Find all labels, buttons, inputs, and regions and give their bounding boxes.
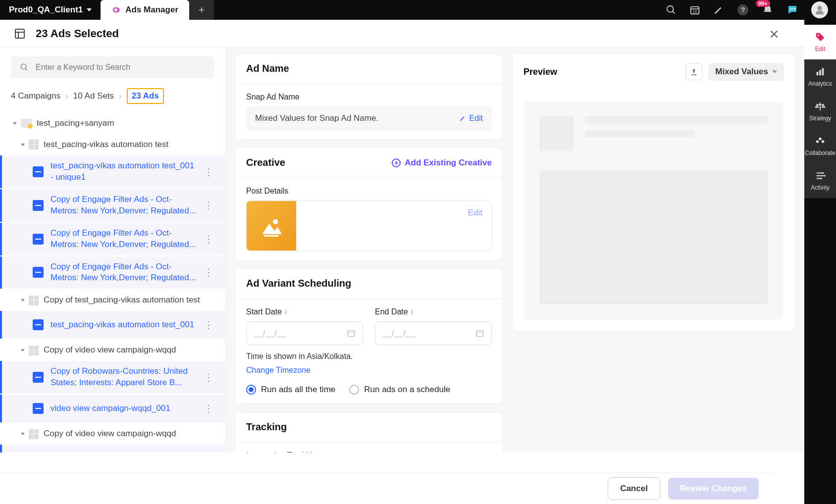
caret-icon (13, 122, 17, 125)
chevron-right-icon: › (119, 91, 122, 101)
tree-campaign[interactable]: test_pacing+sanyam (0, 113, 225, 134)
add-creative-button[interactable]: +Add Existing Creative (392, 158, 492, 168)
notification-badge: 99+ (756, 0, 770, 7)
review-changes-button[interactable]: Review Changes (668, 478, 759, 500)
svg-rect-10 (817, 72, 819, 75)
more-button[interactable]: ⋮ (199, 403, 218, 414)
chat-button[interactable] (786, 4, 798, 16)
mixed-values-dropdown[interactable]: Mixed Values (708, 63, 784, 81)
tree-label: Copy of Robowars-Countries: United State… (51, 366, 199, 389)
rail-activity[interactable]: Activity (804, 163, 836, 198)
field-label: Start Datei (246, 307, 363, 316)
rail-edit[interactable]: Edit (804, 25, 836, 59)
tag-icon (815, 32, 826, 43)
close-button[interactable] (766, 26, 783, 45)
tab-label: Ads Manager (125, 5, 178, 15)
info-icon[interactable]: i (319, 452, 321, 453)
breadcrumb-ads[interactable]: 23 Ads (127, 88, 164, 104)
search-icon (666, 4, 677, 15)
plus-icon (197, 5, 206, 14)
radio-schedule[interactable]: Run ads on a schedule (349, 385, 450, 395)
tab-ads-manager[interactable]: Ads Manager (101, 0, 189, 20)
tree-label: Copy of Engage Filter Ads - Oct-Metros: … (51, 228, 199, 251)
svg-rect-19 (15, 29, 24, 38)
form-column: Ad Name Snap Ad Name Mixed Values for Sn… (235, 53, 503, 447)
rail-strategy[interactable]: Strategy (804, 94, 836, 129)
field-label: Post Details (246, 187, 492, 196)
user-avatar[interactable] (811, 1, 828, 18)
svg-point-18 (820, 178, 822, 180)
more-button[interactable]: ⋮ (199, 266, 218, 278)
new-tab-button[interactable] (189, 0, 214, 20)
search-button[interactable] (666, 4, 677, 15)
tree-adset[interactable]: Copy of video view campaign-wqqd (0, 423, 225, 445)
tree-ad[interactable]: Copy of Robowars-Countries: United State… (0, 361, 225, 394)
preview-body (513, 90, 795, 331)
ad-name-card: Ad Name Snap Ad Name Mixed Values for Sn… (235, 53, 503, 140)
ad-icon (33, 200, 44, 211)
more-button[interactable]: ⋮ (199, 319, 218, 331)
help-button[interactable]: ? (737, 4, 749, 16)
calendar-icon (347, 329, 356, 338)
creative-card: Creative +Add Existing Creative Post Det… (235, 148, 503, 260)
tree-label: Copy of Engage Filter Ads - Oct-Metros: … (51, 194, 199, 217)
field-label: End Datei (375, 307, 492, 316)
tree-ad[interactable]: Copy of Engage Filter Ads - Oct-Metros: … (0, 189, 225, 222)
card-header: Ad Name (235, 54, 503, 84)
cancel-button[interactable]: Cancel (608, 477, 660, 500)
tree-ad[interactable]: Copy of Engage Filter Ads - Oct-Metros: … (0, 223, 225, 255)
info-icon[interactable]: i (285, 308, 287, 316)
radio-icon (246, 385, 256, 395)
grid-icon (29, 140, 39, 150)
start-date-input[interactable]: __/__/__ (246, 321, 363, 345)
notifications-button[interactable]: 99+ (762, 4, 774, 16)
tree-adset[interactable]: Copy of video view campaign-wqqd (0, 340, 225, 361)
info-icon[interactable]: i (411, 308, 413, 316)
grid-icon (29, 346, 39, 355)
end-date-input[interactable]: __/__/__ (375, 321, 492, 345)
footer-bar: Cancel Review Changes (0, 472, 773, 504)
svg-rect-11 (819, 70, 821, 75)
skeleton-avatar (539, 116, 574, 151)
tree-ad[interactable]: Copy of Robowars-Countries: United⋮ (0, 445, 225, 453)
svg-point-13 (819, 138, 822, 141)
grid-icon (29, 296, 39, 305)
tree-ad[interactable]: test_pacing-vikas automation test_001⋮ (0, 311, 225, 339)
rail-analytics[interactable]: Analytics (804, 59, 836, 94)
tree-ad[interactable]: video view campaign-wqqd_001⋮ (0, 395, 225, 422)
svg-rect-24 (476, 331, 483, 337)
rail-label: Collaborate (805, 150, 835, 156)
more-button[interactable]: ⋮ (199, 371, 218, 383)
calendar-button[interactable]: 03 (689, 4, 700, 15)
search-box[interactable] (11, 56, 214, 78)
section-title: Ad Variant Scheduling (246, 278, 351, 289)
breadcrumb-adsets[interactable]: 10 Ad Sets (73, 91, 114, 101)
edit-button[interactable] (713, 4, 724, 15)
tree-adset[interactable]: test_pacing-vikas automation test (0, 134, 225, 155)
field-label: Impression Tag Urlsi (246, 451, 492, 453)
search-container (0, 48, 225, 84)
tree-adset[interactable]: Copy of test_pacing-vikas automation tes… (0, 290, 225, 311)
more-button[interactable]: ⋮ (199, 166, 218, 178)
edit-link[interactable]: Edit (459, 114, 483, 123)
search-input[interactable] (36, 63, 206, 72)
snap-ad-name-field[interactable]: Mixed Values for Snap Ad Name. Edit (246, 106, 492, 130)
upload-button[interactable] (685, 63, 702, 80)
ad-icon (33, 267, 44, 278)
rail-collaborate[interactable]: Collaborate (804, 129, 836, 163)
start-date-col: Start Datei __/__/__ (246, 307, 363, 345)
tree-label: test_pacing-vikas automation test_001 (51, 319, 199, 331)
tree-ad[interactable]: Copy of Engage Filter Ads - Oct-Metros: … (0, 256, 225, 289)
tree-ad[interactable]: test_pacing-vikas automation test_001 - … (0, 155, 225, 188)
post-edit-link[interactable]: Edit (459, 201, 491, 251)
radio-all-time[interactable]: Run ads all the time (246, 385, 335, 395)
more-button[interactable]: ⋮ (199, 200, 218, 211)
left-sidebar: 4 Campaigns › 10 Ad Sets › 23 Ads test_p… (0, 48, 226, 453)
card-body: Post Details Edit (235, 178, 503, 260)
change-timezone-link[interactable]: Change Timezone (246, 366, 311, 375)
client-selector[interactable]: Prod0_QA_Client1 (0, 5, 101, 15)
upload-icon (690, 68, 698, 76)
breadcrumb-campaigns[interactable]: 4 Campaigns (11, 91, 60, 101)
more-button[interactable]: ⋮ (199, 233, 218, 245)
calendar-icon: 03 (689, 4, 700, 15)
